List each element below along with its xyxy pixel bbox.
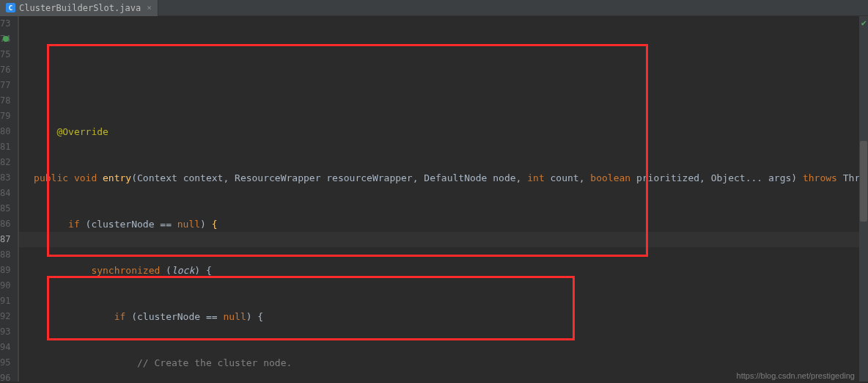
file-tab[interactable]: C ClusterBuilderSlot.java × bbox=[0, 0, 158, 16]
analysis-ok-icon[interactable]: ✔ bbox=[861, 18, 867, 28]
code-area[interactable]: @Override public void entry(Context cont… bbox=[19, 16, 868, 382]
watermark: https://blog.csdn.net/prestigeding bbox=[737, 371, 855, 380]
vertical-scrollbar[interactable] bbox=[859, 16, 868, 382]
annotation-box bbox=[47, 276, 575, 340]
close-icon[interactable]: × bbox=[147, 3, 152, 12]
tab-bar: C ClusterBuilderSlot.java × bbox=[0, 0, 868, 16]
java-class-icon: C bbox=[6, 3, 15, 12]
tab-filename: ClusterBuilderSlot.java bbox=[19, 3, 141, 13]
breakpoint-indicator[interactable] bbox=[3, 36, 9, 42]
line-gutter: 73 74 75 76 77 78 79 80 81 82 83 84 85 8… bbox=[0, 16, 18, 382]
scroll-thumb[interactable] bbox=[860, 141, 867, 222]
editor[interactable]: 73 74 75 76 77 78 79 80 81 82 83 84 85 8… bbox=[0, 16, 868, 382]
